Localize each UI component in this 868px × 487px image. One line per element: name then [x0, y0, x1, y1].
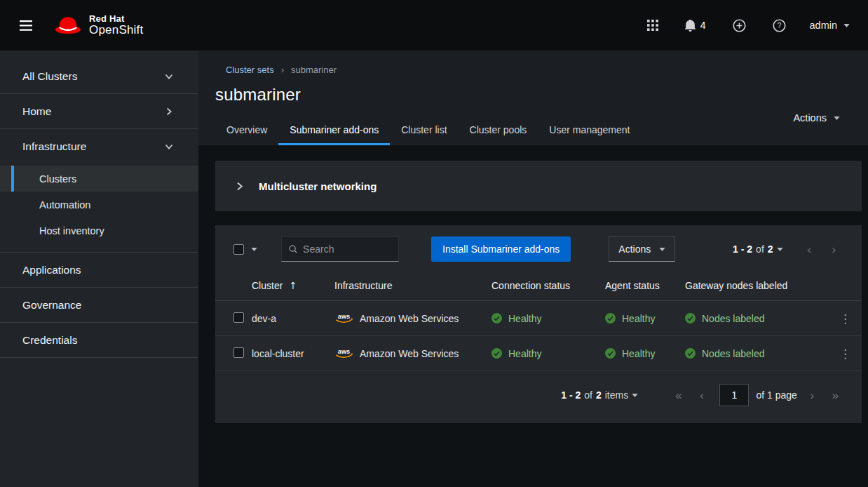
user-name: admin [810, 20, 838, 31]
app-launcher-button[interactable] [644, 17, 661, 34]
infrastructure-cell: aws Amazon Web Services [334, 347, 480, 359]
page-actions-dropdown[interactable]: Actions [793, 112, 840, 124]
sidebar-item-automation[interactable]: Automation [0, 192, 198, 218]
pagination-of-label: of [584, 389, 592, 401]
breadcrumb-link-cluster-sets[interactable]: Cluster sets [226, 65, 274, 75]
caret-down-icon [632, 394, 638, 397]
add-button[interactable] [730, 16, 749, 35]
page-actions-label: Actions [793, 112, 827, 124]
prev-page-button[interactable]: ‹ [799, 241, 820, 258]
user-menu[interactable]: admin [810, 20, 850, 31]
bulk-select-dropdown[interactable] [233, 244, 257, 255]
install-submariner-button[interactable]: Install Submariner add-ons [431, 236, 571, 262]
row-select-checkbox[interactable] [233, 312, 244, 323]
tab-cluster-pools[interactable]: Cluster pools [459, 117, 538, 145]
check-circle-icon [491, 348, 502, 359]
column-label: Agent status [605, 280, 660, 291]
pagination-menu-toggle[interactable]: 1 - 2 of 2 [733, 244, 783, 255]
tab-overview[interactable]: Overview [215, 117, 278, 145]
sidebar-item-label: Governance [22, 299, 81, 312]
sidebar-item-label: Automation [39, 199, 90, 211]
agent-status[interactable]: Healthy [605, 348, 674, 359]
brand-red-hat: Red Hat [89, 14, 143, 24]
gateway-nodes-status[interactable]: Nodes labeled [685, 348, 822, 359]
header-checkbox-cell [215, 272, 246, 301]
page-header: Cluster sets › submariner submariner Act… [198, 51, 868, 145]
sidebar: All Clusters Home Infrastructure Clu [0, 51, 198, 487]
table-actions-dropdown[interactable]: Actions [609, 236, 675, 262]
last-page-button[interactable]: » [823, 387, 848, 404]
submariner-table-card: Install Submariner add-ons Actions 1 - 2… [215, 225, 862, 423]
column-label: Connection status [491, 280, 570, 291]
caret-down-icon [843, 24, 850, 27]
brand-openshift: OpenShift [89, 24, 143, 36]
sidebar-item-clusters[interactable]: Clusters [0, 166, 198, 192]
column-header-infrastructure[interactable]: Infrastructure [329, 272, 486, 301]
svg-text:aws: aws [338, 348, 350, 355]
main-content: Cluster sets › submariner submariner Act… [198, 51, 868, 487]
tab-bar: Overview Submariner add-ons Cluster list… [215, 117, 843, 145]
current-page-input[interactable] [719, 384, 749, 406]
sidebar-item-home[interactable]: Home [0, 94, 198, 129]
sidebar-item-host-inventory[interactable]: Host inventory [0, 218, 198, 244]
column-header-cluster[interactable]: Cluster↑ [246, 272, 329, 301]
expand-toggle-button[interactable] [232, 179, 247, 194]
select-all-checkbox[interactable] [233, 244, 244, 255]
page-title: submariner [215, 85, 843, 105]
prev-page-button[interactable]: ‹ [691, 387, 712, 404]
row-select-checkbox[interactable] [233, 347, 244, 358]
plus-circle-icon [733, 19, 746, 32]
sidebar-item-applications[interactable]: Applications [0, 253, 198, 288]
help-button[interactable]: ? [770, 16, 789, 35]
svg-text:aws: aws [338, 313, 350, 320]
table-row: dev-a aws Amazon Web Services [215, 301, 862, 336]
column-header-gateway-nodes[interactable]: Gateway nodes labeled [679, 272, 828, 301]
column-header-agent-status[interactable]: Agent status [599, 272, 679, 301]
cluster-selector-dropdown[interactable]: All Clusters [0, 59, 198, 94]
connection-status[interactable]: Healthy [491, 348, 594, 359]
sidebar-item-label: Applications [22, 264, 81, 276]
sidebar-item-label: Host inventory [39, 225, 104, 236]
agent-status[interactable]: Healthy [605, 313, 674, 324]
next-page-button[interactable]: › [823, 241, 845, 258]
search-input[interactable] [303, 244, 391, 255]
table-actions-label: Actions [618, 244, 651, 255]
check-circle-icon [605, 313, 616, 323]
tab-user-management[interactable]: User management [538, 117, 641, 145]
caret-down-icon [659, 248, 665, 251]
row-actions-kebab[interactable]: ⋮ [834, 345, 857, 362]
tab-submariner-add-ons[interactable]: Submariner add-ons [278, 117, 390, 145]
column-header-connection-status[interactable]: Connection status [486, 272, 599, 301]
aws-icon: aws [334, 347, 353, 359]
column-label: Infrastructure [334, 280, 392, 291]
brand-text: Red Hat OpenShift [89, 14, 143, 36]
app-launcher-icon [647, 20, 658, 31]
sort-ascending-icon: ↑ [289, 280, 297, 291]
sidebar-item-governance[interactable]: Governance [0, 288, 198, 323]
gateway-nodes-status[interactable]: Nodes labeled [685, 313, 822, 324]
row-actions-kebab[interactable]: ⋮ [834, 310, 857, 327]
check-circle-icon [491, 313, 502, 323]
next-page-button[interactable]: › [801, 387, 823, 404]
sidebar-item-label: Clusters [39, 173, 76, 185]
openshift-console: Red Hat OpenShift 4 ? [0, 0, 868, 487]
tab-cluster-list[interactable]: Cluster list [390, 117, 458, 145]
masthead: Red Hat OpenShift 4 ? [0, 0, 868, 51]
first-page-button[interactable]: « [666, 387, 691, 404]
sidebar-item-credentials[interactable]: Credentials [0, 323, 198, 358]
items-per-page-toggle[interactable]: 1 - 2 of 2 items [561, 389, 638, 401]
aws-icon: aws [334, 312, 353, 324]
cluster-name: dev-a [252, 313, 276, 324]
caret-down-icon [777, 248, 783, 251]
nav-toggle-button[interactable] [11, 12, 41, 39]
page-count-label: of 1 page [756, 389, 796, 401]
status-label: Nodes labeled [702, 348, 765, 359]
redhat-fedora-icon [55, 16, 81, 34]
search-box [281, 236, 399, 262]
table-row: local-cluster aws Amazon Web Servi [215, 336, 862, 371]
notifications-button[interactable]: 4 [682, 17, 709, 34]
connection-status[interactable]: Healthy [491, 313, 594, 324]
sidebar-item-infrastructure[interactable]: Infrastructure [0, 129, 198, 164]
pagination-total: 2 [768, 244, 773, 255]
page-content: Multicluster networking Install Subm [198, 145, 868, 487]
